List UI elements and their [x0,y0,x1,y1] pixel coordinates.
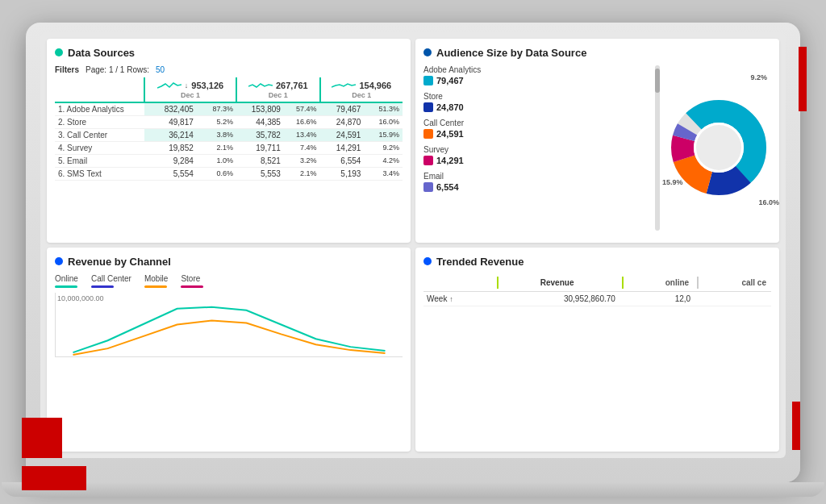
sessions-total: 267,761 [276,81,308,90]
trended-table: Revenue online call ce [423,274,771,306]
row-people: 5,193 [320,167,365,180]
legend-item: Mobile [144,274,168,288]
audience-source-name: Email [423,172,649,181]
audience-value-row: 24,591 [423,129,649,139]
trended-th-empty [423,274,494,292]
audience-value-row: 14,291 [423,156,649,165]
legend-line [55,285,77,288]
trended-title: Trended Revenue [436,256,524,268]
table-row: 2. Store 49,817 5.2% 44,385 16.6% 24,870… [55,115,403,128]
audience-list: Adobe Analytics 79,467 Store 24,870 Call… [423,65,649,231]
audience-scrollbar[interactable] [655,65,660,231]
row-sessions-pct: 13.4% [284,128,320,141]
audience-value: 79,467 [436,76,464,85]
audience-value: 24,591 [436,129,464,139]
revenue-legend: Online Call Center Mobile Store [55,274,403,288]
audience-swatch [423,156,433,165]
row-sessions: 19,711 [236,141,284,154]
red-accent-bar-bottom-right [792,402,800,450]
audience-item: Survey 14,291 [423,145,649,165]
row-people: 24,591 [320,128,365,141]
audience-swatch [423,129,433,139]
revenue-chart-area: 10,000,000.00 [55,293,403,357]
audience-value-row: 79,467 [423,76,649,85]
trended-callcenter-total: 12,0 [619,291,694,306]
data-sources-table-wrapper: Filters Page: 1 / 1 Rows: 50 [55,65,403,181]
revenue-chart-svg [56,293,403,356]
row-people-pct: 4.2% [364,154,403,167]
row-sessions: 44,385 [236,115,284,128]
audience-source-name: Store [423,92,649,101]
donut-label-16pct: 16.0% [758,198,779,206]
row-events-pct: 1.0% [197,154,236,167]
audience-item: Email 6,554 [423,172,649,192]
row-sessions-pct: 57.4% [284,102,320,116]
row-people: 14,291 [320,141,365,154]
legend-line [91,285,114,288]
row-events-pct: 2.1% [197,141,236,154]
trended-th-callcenter: call ce [694,274,771,292]
row-sessions-pct: 2.1% [284,167,320,180]
row-people-pct: 51.3% [364,102,403,116]
trended-online-total: 30,952,860.70 [494,291,619,306]
row-people: 79,467 [320,102,365,116]
table-row: 4. Survey 19,852 2.1% 19,711 7.4% 14,291… [55,141,403,154]
donut-label-159pct: 15.9% [662,178,779,186]
row-events: 9,284 [144,154,197,167]
revenue-panel: Revenue by Channel Online Call Center Mo… [47,248,411,452]
data-sources-title: Data Sources [68,47,135,59]
filters-row: Filters Page: 1 / 1 Rows: 50 [55,65,403,74]
week-sort-arrow[interactable]: ↑ [449,295,453,303]
row-events: 49,817 [144,115,197,128]
events-date: Dec 1 [181,91,200,99]
row-people-pct: 3.4% [364,167,403,180]
row-name: 1. Adobe Analytics [55,102,144,116]
dashboard: Data Sources Filters Page: 1 / 1 Rows: 5… [40,32,786,458]
audience-swatch [423,102,433,112]
legend-channel-name: Call Center [91,274,131,283]
audience-header: Audience Size by Data Source [423,47,771,59]
audience-item: Adobe Analytics 79,467 [423,65,649,85]
sessions-date: Dec 1 [269,91,288,99]
filters-rows-count[interactable]: 50 [156,65,165,74]
row-events-pct: 87.3% [197,102,236,116]
red-accent-bottom-left [22,418,62,458]
trended-online-col: online [622,277,690,289]
table-row: 6. SMS Text 5,554 0.6% 5,553 2.1% 5,193 … [55,167,403,180]
trended-table-wrapper: Revenue online call ce [423,274,771,306]
audience-value-row: 24,870 [423,102,649,112]
people-date: Dec 1 [352,91,371,99]
trended-dot [423,257,432,265]
trended-callcenter-col: call ce [697,277,768,289]
trended-th-online: online [619,274,694,292]
row-name: 6. SMS Text [55,167,144,180]
row-people: 24,870 [320,115,365,128]
audience-source-name: Call Center [423,119,649,127]
filters-label: Filters [55,65,79,74]
row-events-pct: 0.6% [197,167,236,180]
red-accent-bottom-left2 [22,466,86,490]
audience-swatch [423,182,433,192]
events-sort-arrow[interactable]: ↓ [185,81,189,90]
legend-item: Store [181,274,203,288]
people-sparkline [332,80,356,91]
audience-item: Call Center 24,591 [423,119,649,139]
legend-item: Online [55,274,78,288]
audience-title: Audience Size by Data Source [436,47,586,59]
laptop-screen: Data Sources Filters Page: 1 / 1 Rows: 5… [40,32,786,458]
audience-scrollbar-thumb [655,69,660,93]
audience-content: Adobe Analytics 79,467 Store 24,870 Call… [423,65,771,231]
trended-th-revenue: Revenue [494,274,619,292]
row-events: 5,554 [144,167,197,180]
legend-line [181,285,203,288]
table-row: 3. Call Center 36,214 3.8% 35,782 13.4% … [55,128,403,141]
audience-source-name: Survey [423,145,649,154]
row-sessions: 8,521 [236,154,284,167]
trended-panel: Trended Revenue Revenue online [415,248,779,452]
row-sessions-pct: 7.4% [284,141,320,154]
table-row: 5. Email 9,284 1.0% 8,521 3.2% 6,554 4.2… [55,154,403,167]
sessions-sparkline [248,80,273,91]
row-sessions: 153,809 [236,102,284,116]
trended-week-label: Week ↑ [423,291,494,306]
row-name: 4. Survey [55,141,144,154]
